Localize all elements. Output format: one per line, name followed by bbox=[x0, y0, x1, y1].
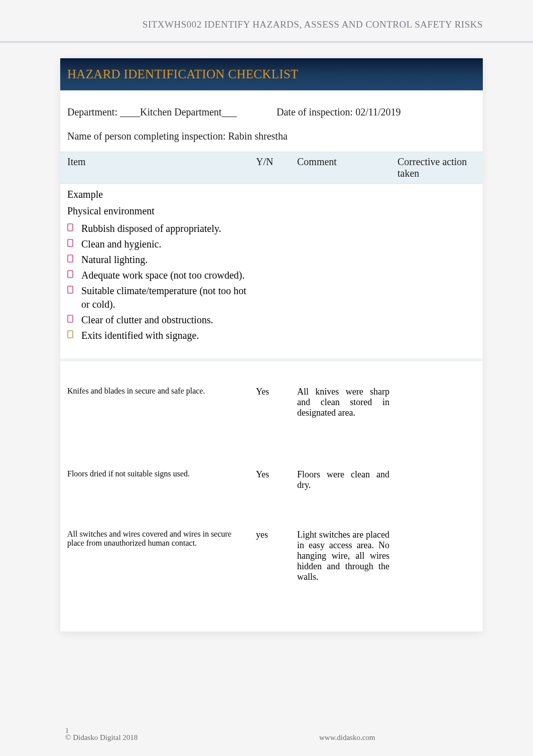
svg-rect-0 bbox=[68, 224, 73, 231]
cell-item: All switches and wires covered and wires… bbox=[60, 526, 252, 586]
meta-section: Department: ____Kitchen Department___ Da… bbox=[60, 90, 483, 145]
col-header-action: Corrective action taken bbox=[393, 152, 483, 183]
bullet-item: Rubbish disposed of appropriately. bbox=[67, 222, 476, 235]
bullet-text: Suitable climate/temperature (not too ho… bbox=[81, 284, 247, 311]
bullet-box-icon bbox=[67, 270, 74, 279]
bullet-text: Clean and hygienic. bbox=[81, 237, 161, 251]
course-header: SITXWHS002 IDENTIFY HAZARDS, ASSESS AND … bbox=[143, 19, 483, 30]
bullet-text: Adequate work space (not too crowded). bbox=[81, 269, 244, 282]
inspector-name-field: Name of person completing inspection: Ra… bbox=[67, 128, 476, 145]
cell-comment: Floors were clean and dry. bbox=[293, 465, 393, 494]
bullet-box-icon bbox=[67, 255, 74, 264]
bullet-box-icon bbox=[67, 286, 74, 295]
svg-rect-3 bbox=[68, 271, 73, 278]
bullet-text: Rubbish disposed of appropriately. bbox=[81, 222, 221, 235]
cell-yn: yes bbox=[252, 526, 293, 586]
bullet-text: Natural lighting. bbox=[81, 253, 148, 267]
bullet-item: Natural lighting. bbox=[67, 253, 476, 267]
cell-yn: Yes bbox=[252, 465, 293, 494]
bullet-box-icon bbox=[67, 223, 74, 232]
table-row: All switches and wires covered and wires… bbox=[60, 505, 483, 596]
date-field: Date of inspection: 02/11/2019 bbox=[266, 103, 476, 120]
document-page: HAZARD IDENTIFICATION CHECKLIST Departme… bbox=[60, 58, 483, 632]
cell-action bbox=[393, 526, 483, 586]
svg-rect-4 bbox=[68, 286, 73, 293]
checklist-table: Item Y/N Comment Corrective action taken… bbox=[60, 152, 483, 632]
footer-copyright: © Didasko Digital 2018 bbox=[65, 733, 229, 742]
cell-action bbox=[393, 383, 483, 422]
bullet-list: Rubbish disposed of appropriately.Clean … bbox=[60, 222, 483, 353]
bullet-item: Adequate work space (not too crowded). bbox=[67, 269, 476, 282]
bullet-text: Clear of clutter and obstructions. bbox=[81, 313, 213, 327]
bullet-box-icon bbox=[67, 330, 74, 339]
bullet-item: Exits identified with signage. bbox=[67, 329, 476, 342]
cell-item: Floors dried if not suitable signs used. bbox=[60, 465, 252, 494]
col-header-comment: Comment bbox=[293, 152, 393, 183]
example-label: Example bbox=[60, 189, 483, 205]
department-field: Department: ____Kitchen Department___ bbox=[67, 103, 266, 120]
bullet-item: Clean and hygienic. bbox=[67, 237, 476, 251]
col-header-yn: Y/N bbox=[252, 152, 293, 183]
table-header-row: Item Y/N Comment Corrective action taken bbox=[60, 152, 483, 184]
cell-yn: Yes bbox=[252, 383, 293, 422]
bullet-box-icon bbox=[67, 239, 74, 248]
bullet-item: Clear of clutter and obstructions. bbox=[67, 313, 476, 327]
table-row: Floors dried if not suitable signs used.… bbox=[60, 444, 483, 505]
svg-rect-2 bbox=[68, 255, 73, 262]
cell-action bbox=[393, 465, 483, 494]
footer: © Didasko Digital 2018 www.didasko.com bbox=[0, 733, 533, 742]
bullet-item: Suitable climate/temperature (not too ho… bbox=[67, 284, 476, 311]
cell-comment: All knives were sharp and clean stored i… bbox=[293, 383, 393, 422]
svg-rect-6 bbox=[68, 331, 73, 338]
bullet-text: Exits identified with signage. bbox=[81, 329, 199, 342]
table-row: Knifes and blades in secure and safe pla… bbox=[60, 361, 483, 432]
col-header-item: Item bbox=[60, 152, 252, 183]
svg-rect-5 bbox=[68, 315, 73, 322]
svg-rect-1 bbox=[68, 239, 73, 246]
bullet-box-icon bbox=[67, 315, 74, 324]
physical-environment-label: Physical environment bbox=[60, 205, 483, 222]
header-divider bbox=[0, 41, 533, 43]
cell-item: Knifes and blades in secure and safe pla… bbox=[60, 383, 252, 422]
checklist-title: HAZARD IDENTIFICATION CHECKLIST bbox=[60, 58, 483, 90]
footer-url: www.didasko.com bbox=[229, 733, 483, 742]
cell-comment: Light switches are placed in easy access… bbox=[293, 526, 393, 586]
